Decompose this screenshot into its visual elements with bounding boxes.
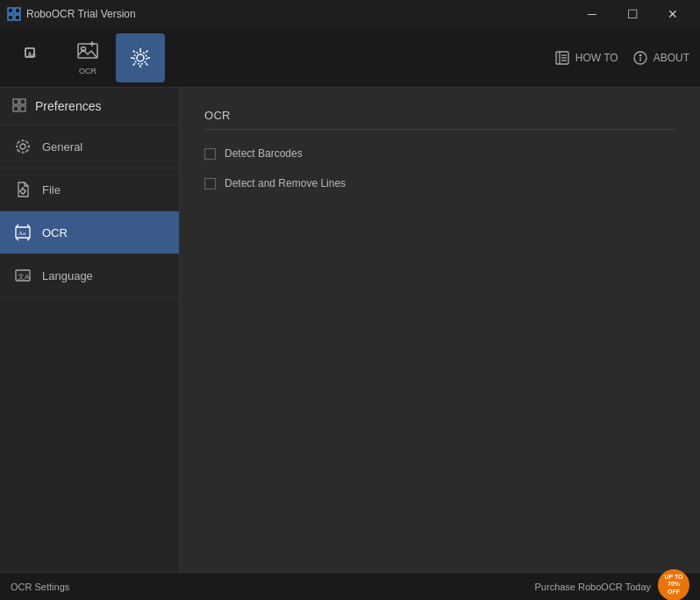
svg-point-26 — [20, 144, 25, 149]
svg-point-28 — [21, 189, 25, 194]
language-label: Language — [42, 269, 93, 282]
title-bar: RoboOCR Trial Version ─ ☐ ✕ — [0, 0, 700, 28]
ocr-label: OCR — [42, 226, 68, 239]
window-title: RoboOCR Trial Version — [26, 8, 136, 20]
svg-point-21 — [639, 54, 640, 55]
image-ocr-tool-button[interactable]: OCR — [63, 33, 112, 82]
svg-rect-22 — [13, 99, 18, 104]
app-icon — [7, 7, 21, 21]
toolbar-tools: Aa Aa OCR — [11, 33, 165, 82]
image-ocr-label: OCR — [79, 67, 96, 75]
svg-rect-23 — [20, 99, 25, 104]
svg-rect-24 — [13, 106, 18, 111]
detect-remove-lines-row: Detect and Remove Lines — [204, 177, 675, 189]
status-bar: OCR Settings Purchase RoboOCR Today UP T… — [0, 572, 700, 600]
badge-text: UP TO 70% OFF — [664, 574, 682, 596]
about-button[interactable]: ABOUT — [632, 50, 689, 66]
sidebar: Preferences General File — [0, 88, 180, 572]
detect-barcodes-label: Detect Barcodes — [225, 147, 303, 160]
file-icon — [14, 181, 32, 198]
toolbar: Aa Aa OCR — [0, 28, 700, 88]
svg-point-13 — [134, 52, 146, 64]
text-ocr-tool-button[interactable]: Aa Aa — [11, 33, 60, 82]
svg-text:Aa: Aa — [28, 51, 36, 57]
preferences-title: Preferences — [35, 99, 101, 113]
svg-point-12 — [137, 54, 144, 61]
settings-icon — [128, 46, 153, 70]
svg-rect-0 — [8, 8, 13, 13]
general-label: General — [42, 140, 82, 154]
svg-rect-2 — [8, 15, 13, 20]
status-left: OCR Settings — [11, 582, 69, 592]
svg-rect-3 — [15, 15, 20, 20]
content-divider — [204, 129, 675, 130]
how-to-label: HOW TO — [575, 52, 618, 64]
sidebar-item-ocr[interactable]: Aa OCR — [0, 211, 179, 254]
svg-rect-8 — [78, 44, 97, 58]
minimize-button[interactable]: ─ — [572, 0, 612, 28]
ocr-icon: Aa — [14, 224, 32, 241]
preferences-grid-icon — [12, 98, 28, 114]
sidebar-item-language[interactable]: 文A Language — [0, 254, 179, 297]
detect-remove-lines-label: Detect and Remove Lines — [225, 177, 346, 189]
sidebar-item-general[interactable]: General — [0, 125, 179, 168]
detect-barcodes-checkbox[interactable] — [204, 148, 216, 160]
settings-tool-button[interactable] — [116, 33, 165, 82]
language-icon: 文A — [14, 267, 32, 284]
info-icon — [632, 50, 648, 66]
book-icon — [554, 50, 570, 66]
svg-text:文A: 文A — [18, 273, 30, 281]
main-layout: Preferences General File — [0, 88, 700, 572]
svg-rect-25 — [20, 106, 25, 111]
content-section-title: OCR — [204, 109, 675, 122]
maximize-button[interactable]: ☐ — [612, 0, 653, 28]
title-bar-left: RoboOCR Trial Version — [7, 7, 136, 21]
svg-text:Aa: Aa — [18, 230, 26, 237]
status-purchase: Purchase RoboOCR Today UP TO 70% OFF — [535, 571, 689, 601]
detect-remove-lines-checkbox[interactable] — [204, 178, 216, 189]
svg-rect-1 — [15, 8, 20, 13]
title-bar-controls: ─ ☐ ✕ — [572, 0, 693, 28]
purchase-label: Purchase RoboOCR Today — [535, 582, 651, 592]
image-ocr-icon — [75, 39, 100, 64]
general-icon — [14, 138, 32, 155]
close-button[interactable]: ✕ — [653, 0, 693, 28]
toolbar-right: HOW TO ABOUT — [554, 50, 689, 66]
sidebar-header: Preferences — [0, 88, 179, 125]
text-ocr-icon: Aa Aa — [23, 46, 47, 70]
purchase-badge[interactable]: UP TO 70% OFF — [658, 569, 689, 601]
sidebar-item-file[interactable]: File — [0, 168, 179, 211]
file-label: File — [42, 183, 61, 196]
how-to-button[interactable]: HOW TO — [554, 50, 618, 66]
content-area: OCR Detect Barcodes Detect and Remove Li… — [180, 88, 700, 572]
about-label: ABOUT — [654, 52, 689, 64]
detect-barcodes-row: Detect Barcodes — [204, 147, 675, 160]
